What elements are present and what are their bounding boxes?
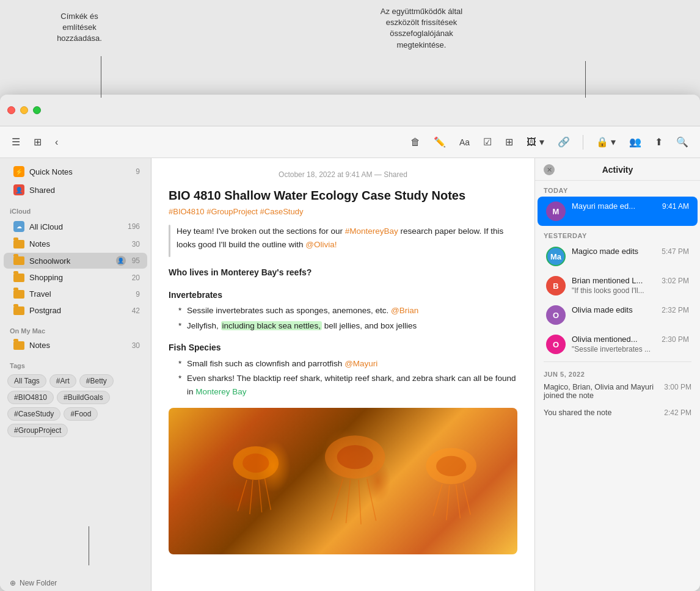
back-button[interactable]: ‹ xyxy=(51,134,62,151)
activity-item-magico-1[interactable]: Ma Magico made edits 5:47 PM xyxy=(538,242,698,271)
tag-bio4810[interactable]: #BIO4810 xyxy=(7,391,54,404)
activity-avatar-olivia-2: O xyxy=(546,335,566,354)
svg-line-9 xyxy=(346,480,350,523)
share-button[interactable]: ⬆ xyxy=(651,133,667,151)
activity-item-name-magico: Magico made edits xyxy=(572,247,638,256)
sidebar: ⚡ Quick Notes 9 👤 Shared iCloud ☁ All iC… xyxy=(0,158,151,591)
activity-item-olivia-1[interactable]: O Olivia made edits 2:32 PM xyxy=(538,300,698,330)
activity-joined-row: Magico, Brian, Olivia and Mayuri joined … xyxy=(535,380,700,402)
yesterday-label: YESTERDAY xyxy=(535,226,700,242)
maximize-button[interactable] xyxy=(33,106,41,114)
list-item: Small fish such as clownfish and parrotf… xyxy=(178,357,517,371)
activity-close-button[interactable]: ✕ xyxy=(544,164,555,175)
svg-line-10 xyxy=(359,480,361,524)
svg-line-8 xyxy=(331,479,343,520)
activity-item-content-mayuri: Mayuri made ed... 9:41 AM xyxy=(572,201,689,211)
sidebar-item-notes-icloud[interactable]: Notes 30 xyxy=(4,236,147,252)
jun5-label: JUN 5, 2022 xyxy=(535,364,700,380)
tag-all[interactable]: All Tags xyxy=(7,374,46,388)
collaborate-button[interactable]: 👥 xyxy=(625,133,646,151)
icloud-header: iCloud xyxy=(0,199,151,217)
note-editor[interactable]: October 18, 2022 at 9:41 AM — Shared BIO… xyxy=(151,158,535,591)
minimize-button[interactable] xyxy=(20,106,28,114)
callout-top-right: Az együttműködők által eszközölt frissít… xyxy=(342,6,501,51)
sidebar-item-shared[interactable]: 👤 Shared xyxy=(4,181,147,198)
activity-item-name-mayuri: Mayuri made ed... xyxy=(572,201,635,211)
quick-notes-icon: ⚡ xyxy=(13,166,24,177)
media-button[interactable]: 🖼 ▾ xyxy=(522,133,548,151)
list-item: Jellyfish, including black sea nettles, … xyxy=(178,319,517,333)
tag-buildgoals[interactable]: #BuildGoals xyxy=(57,391,110,404)
lock-button[interactable]: 🔒 ▾ xyxy=(592,133,620,151)
grid-view-button[interactable]: ⊞ xyxy=(29,133,46,151)
svg-line-14 xyxy=(433,484,442,516)
list-view-button[interactable]: ☰ xyxy=(7,133,24,151)
activity-item-olivia-2[interactable]: O Olivia mentioned... 2:30 PM "Sessile i… xyxy=(538,330,698,359)
svg-line-17 xyxy=(463,484,470,515)
tag-betty[interactable]: #Betty xyxy=(79,374,114,388)
new-folder-button[interactable]: ⊕ New Folder xyxy=(0,575,151,591)
activity-panel: ✕ Activity TODAY M Mayuri made ed... 9:4… xyxy=(535,158,700,591)
activity-item-brian[interactable]: B Brian mentioned L... 3:02 PM "If this … xyxy=(538,271,698,300)
font-button[interactable]: Aa xyxy=(455,134,474,150)
tag-casestudy[interactable]: #CaseStudy xyxy=(7,407,60,421)
invertebrates-list: Sessile invertebrates such as sponges, a… xyxy=(169,304,517,332)
activity-shared-text: You shared the note xyxy=(544,408,659,417)
checklist-button[interactable]: ☑ xyxy=(479,133,496,151)
activity-shared-time: 2:42 PM xyxy=(659,408,691,417)
activity-item-content-olivia-2: Olivia mentioned... 2:30 PM "Sessile inv… xyxy=(572,335,689,354)
mention-olivia: @Olivia! xyxy=(305,240,337,249)
sidebar-item-postgrad[interactable]: Postgrad 42 xyxy=(4,303,147,318)
activity-title: Activity xyxy=(602,165,633,175)
tag-groupproject[interactable]: #GroupProject xyxy=(7,424,68,437)
close-button[interactable] xyxy=(7,106,15,114)
activity-list: TODAY M Mayuri made ed... 9:41 AM YESTER… xyxy=(535,181,700,591)
svg-line-3 xyxy=(250,480,253,514)
activity-item-time-brian: 3:02 PM xyxy=(662,277,689,285)
today-label: TODAY xyxy=(535,181,700,197)
shared-label: Shared xyxy=(29,186,140,195)
activity-item-preview-olivia-2: "Sessile invertebrates ... xyxy=(572,345,689,354)
travel-icon xyxy=(13,290,24,299)
link-button[interactable]: 🔗 xyxy=(553,133,574,151)
compose-button[interactable]: ✏️ xyxy=(429,133,450,151)
sidebar-item-all-icloud[interactable]: ☁ All iCloud 196 xyxy=(4,218,147,235)
shopping-icon xyxy=(13,274,24,282)
note-hashtags: #BIO4810 #GroupProject #CaseStudy xyxy=(169,207,517,216)
toolbar: ☰ ⊞ ‹ 🗑 ✏️ Aa ☑ ⊞ 🖼 ▾ 🔗 🔒 ▾ 👥 ⬆ 🔍 xyxy=(0,126,700,158)
search-button[interactable]: 🔍 xyxy=(672,133,693,151)
section-fish-title: Fish Species xyxy=(169,341,517,354)
svg-line-11 xyxy=(367,479,376,521)
titlebar xyxy=(0,95,700,126)
quick-notes-label: Quick Notes xyxy=(29,167,131,176)
tags-section: Tags All Tags #Art #Betty #BIO4810 #Buil… xyxy=(0,357,151,442)
sidebar-item-shopping[interactable]: Shopping 20 xyxy=(4,270,147,285)
activity-header: ✕ Activity xyxy=(535,158,700,181)
activity-joined-time: 3:00 PM xyxy=(659,383,691,400)
traffic-lights xyxy=(7,106,41,114)
tag-art[interactable]: #Art xyxy=(49,374,76,388)
sidebar-item-travel[interactable]: Travel 9 xyxy=(4,286,147,302)
activity-shared-row: You shared the note 2:42 PM xyxy=(535,406,700,419)
main-area: ⚡ Quick Notes 9 👤 Shared iCloud ☁ All iC… xyxy=(0,158,700,591)
activity-item-time-magico: 5:47 PM xyxy=(662,247,689,256)
note-timestamp: October 18, 2022 at 9:41 AM — Shared xyxy=(169,170,517,179)
postgrad-icon xyxy=(13,306,24,315)
note-body-main: Who lives in Monterey Bay's reefs? Inver… xyxy=(169,266,517,398)
quick-notes-count: 9 xyxy=(136,167,140,176)
svg-point-13 xyxy=(436,456,466,476)
mention-brian: @Brian xyxy=(391,306,418,315)
table-button[interactable]: ⊞ xyxy=(501,133,517,151)
activity-item-time-mayuri: 9:41 AM xyxy=(662,202,689,211)
activity-item-name-olivia-1: Olivia made edits xyxy=(572,305,633,314)
sidebar-item-quick-notes[interactable]: ⚡ Quick Notes 9 xyxy=(4,163,147,180)
activity-item-time-olivia-2: 2:30 PM xyxy=(662,335,689,344)
delete-button[interactable]: 🗑 xyxy=(406,134,425,151)
activity-item-content-olivia-1: Olivia made edits 2:32 PM xyxy=(572,305,689,314)
sidebar-item-notes-mac[interactable]: Notes 30 xyxy=(4,338,147,353)
sidebar-item-schoolwork[interactable]: Schoolwork 👤 95 xyxy=(4,253,147,269)
tag-food[interactable]: #Food xyxy=(64,407,98,421)
activity-separator xyxy=(544,361,691,362)
svg-point-7 xyxy=(337,445,373,469)
activity-item-mayuri[interactable]: M Mayuri made ed... 9:41 AM xyxy=(538,197,698,226)
